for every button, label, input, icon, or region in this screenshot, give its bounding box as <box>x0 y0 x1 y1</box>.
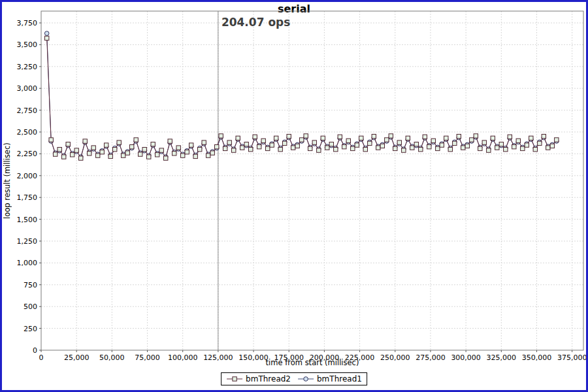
svg-text:3,500: 3,500 <box>17 41 38 49</box>
axis-ticks: 025,00050,00075,000100,000125,000150,000… <box>17 19 587 362</box>
svg-text:1,750: 1,750 <box>17 193 38 202</box>
plot-border <box>41 11 583 350</box>
plot-area: 204.07 ops025,00050,00075,000100,000125,… <box>2 2 586 390</box>
legend-label: bmThread1 <box>317 374 362 384</box>
chart-window: serial 204.07 ops025,00050,00075,000100,… <box>0 0 588 392</box>
svg-text:3,250: 3,250 <box>17 63 38 71</box>
legend-label: bmThread2 <box>246 374 291 384</box>
svg-text:2,250: 2,250 <box>17 150 38 158</box>
circle-marker-icon <box>297 376 314 382</box>
svg-text:2,750: 2,750 <box>17 106 38 115</box>
svg-text:1,500: 1,500 <box>17 216 38 224</box>
square-marker-icon <box>226 376 243 382</box>
svg-text:2,000: 2,000 <box>17 172 38 180</box>
legend: bmThread2 bmThread1 <box>221 372 367 385</box>
svg-text:2,500: 2,500 <box>17 128 38 137</box>
svg-text:500: 500 <box>24 302 37 311</box>
svg-text:250: 250 <box>24 325 37 333</box>
svg-text:0: 0 <box>33 346 37 355</box>
legend-item-bmthread2: bmThread2 <box>226 374 291 384</box>
svg-text:1,250: 1,250 <box>17 237 38 246</box>
legend-item-bmthread1: bmThread1 <box>297 374 362 384</box>
svg-text:1,000: 1,000 <box>17 259 38 267</box>
x-axis-title: time from start (millisec) <box>41 358 583 367</box>
svg-text:3,000: 3,000 <box>17 84 38 93</box>
svg-text:750: 750 <box>24 281 37 289</box>
y-axis-title: loop result (millisec) <box>3 11 12 350</box>
svg-text:3,750: 3,750 <box>17 19 38 27</box>
marker-annotation: 204.07 ops <box>221 16 291 29</box>
gridlines <box>41 11 583 350</box>
series-bmThread2 <box>45 36 559 160</box>
